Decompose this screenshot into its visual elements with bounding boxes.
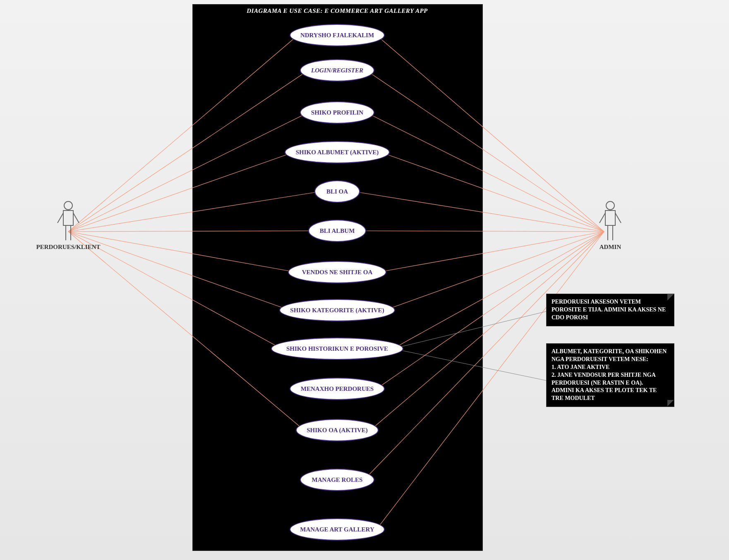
actor-admin[interactable]: ADMIN [585, 201, 635, 251]
usecase-bli-oa[interactable]: BLI OA [314, 180, 360, 203]
usecase-label: MANAGE ROLES [312, 476, 363, 483]
svg-point-25 [64, 201, 72, 210]
usecase-label: SHIKO ALBUMET (AKTIVE) [296, 149, 379, 156]
usecase-shiko-albumet[interactable]: SHIKO ALBUMET (AKTIVE) [285, 141, 390, 163]
svg-line-27 [58, 213, 63, 223]
note-text: PERDORUESI AKSESON VETEM POROSITE E TIJA… [552, 299, 666, 321]
usecase-label: SHIKO HISTORIKUN E POROSIVE [286, 345, 388, 352]
usecase-vendos-shitje-oa[interactable]: VENDOS NE SHITJE OA [288, 261, 386, 283]
actor-label: ADMIN [585, 244, 635, 251]
actor-label: PERDORUES/KLIENT [21, 244, 116, 251]
actor-user[interactable]: PERDORUES/KLIENT [21, 201, 116, 251]
svg-line-28 [73, 213, 79, 223]
note-modulet[interactable]: ALBUMET, KATEGORITE, OA SHIKOHEN NGA PER… [546, 343, 674, 407]
usecase-label: BLI OA [326, 188, 348, 195]
usecase-ndrysho-fjalekalim[interactable]: NDRYSHO FJALEKALIM [290, 24, 385, 46]
usecase-label: SHIKO KATEGORITE (AKTIVE) [290, 307, 384, 314]
usecase-label: MENAXHO PERDORUES [301, 385, 374, 392]
note-porosi[interactable]: PERDORUESI AKSESON VETEM POROSITE E TIJA… [546, 294, 674, 326]
usecase-label: SHIKO PROFILIN [311, 109, 363, 116]
usecase-shiko-oa[interactable]: SHIKO OA (AKTIVE) [296, 419, 379, 441]
usecase-label: MANAGE ART GALLERY [300, 526, 374, 533]
svg-point-31 [606, 201, 614, 210]
note-fold-icon [667, 400, 674, 407]
diagram-canvas: DIAGRAMA E USE CASE: E COMMERCE ART GALL… [0, 0, 729, 560]
note-text: ALBUMET, KATEGORITE, OA SHIKOHEN NGA PER… [552, 348, 667, 401]
usecase-login-register[interactable]: LOGIN/REGISTER [300, 59, 374, 81]
usecase-label: SHIKO OA (AKTIVE) [307, 427, 368, 434]
usecase-shiko-historikun[interactable]: SHIKO HISTORIKUN E POROSIVE [271, 337, 403, 360]
svg-rect-26 [63, 211, 73, 225]
usecase-menaxho-perdorues[interactable]: MENAXHO PERDORUES [290, 378, 385, 400]
diagram-title: DIAGRAMA E USE CASE: E COMMERCE ART GALL… [192, 7, 482, 14]
note-fold-icon [667, 294, 674, 301]
usecase-manage-art-gallery[interactable]: MANAGE ART GALLERY [290, 518, 385, 541]
person-icon [57, 201, 80, 241]
usecase-shiko-kategorite[interactable]: SHIKO KATEGORITE (AKTIVE) [279, 299, 395, 321]
usecase-shiko-profilin[interactable]: SHIKO PROFILIN [300, 101, 374, 124]
svg-rect-32 [605, 211, 615, 225]
usecase-label: LOGIN/REGISTER [311, 67, 363, 74]
usecase-manage-roles[interactable]: MANAGE ROLES [300, 469, 374, 491]
svg-line-33 [600, 213, 605, 223]
svg-line-34 [615, 213, 621, 223]
usecase-label: NDRYSHO FJALEKALIM [300, 32, 374, 39]
usecase-bli-album[interactable]: BLI ALBUM [308, 220, 366, 242]
usecase-label: VENDOS NE SHITJE OA [302, 269, 372, 276]
usecase-label: BLI ALBUM [320, 227, 355, 235]
person-icon [599, 201, 622, 241]
